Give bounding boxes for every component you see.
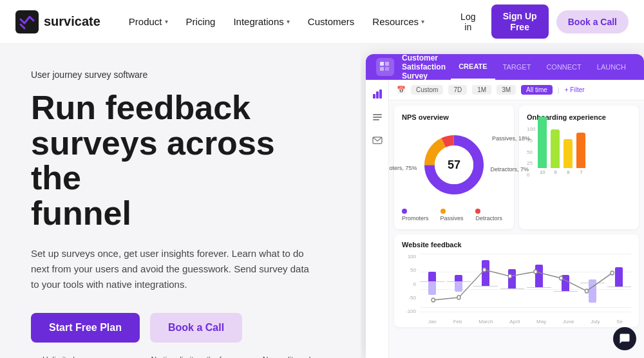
detractors-label-text: Detractors, 7% bbox=[490, 166, 529, 173]
badge-no-timelimit: ✓ No time limit on the free plan bbox=[139, 355, 235, 358]
svg-rect-2 bbox=[385, 62, 389, 66]
book-call-button[interactable]: Book a Call bbox=[150, 313, 242, 343]
tab-launch-label: LAUNCH bbox=[597, 63, 626, 71]
hero-description: Set up surveys once, get user insights f… bbox=[31, 246, 314, 292]
svg-rect-9 bbox=[373, 117, 382, 118]
badge-no-card-text: No credit card required bbox=[263, 355, 330, 358]
nav-resources-chevron: ▾ bbox=[421, 18, 424, 25]
dashboard-main: 📅 Custom 7D 1M 3M All time | + Filter NP bbox=[389, 80, 644, 358]
tab-target[interactable]: TARGET bbox=[495, 54, 539, 80]
nav-resources-label: Resources bbox=[372, 16, 419, 27]
bar-8: 8 bbox=[564, 139, 573, 175]
book-call-header-button[interactable]: Book a Call bbox=[556, 10, 629, 33]
svg-rect-3 bbox=[380, 67, 384, 71]
detractors-dot bbox=[475, 209, 480, 214]
filter-3m[interactable]: 3M bbox=[497, 85, 516, 95]
nav-pricing-label: Pricing bbox=[186, 16, 216, 27]
hero-title-line3: funnel bbox=[31, 194, 131, 232]
tab-connect[interactable]: CONNECT bbox=[538, 54, 589, 80]
bar-label-7: 7 bbox=[580, 169, 582, 175]
nps-score: 57 bbox=[448, 158, 460, 172]
svg-point-19 bbox=[508, 274, 511, 278]
fb-y-0: 0 bbox=[402, 281, 416, 287]
nav-pricing[interactable]: Pricing bbox=[178, 11, 223, 32]
svg-point-21 bbox=[560, 276, 563, 280]
book-call-label: Book a Call bbox=[168, 322, 224, 333]
bar-yellow-green bbox=[551, 129, 560, 168]
tab-create[interactable]: CREATE bbox=[451, 54, 495, 80]
tab-target-label: TARGET bbox=[503, 63, 531, 71]
nav-resources[interactable]: Resources ▾ bbox=[365, 11, 432, 32]
svg-rect-10 bbox=[373, 119, 379, 120]
filter-7d[interactable]: 7D bbox=[448, 85, 467, 95]
signup-label: Sign Up Free bbox=[503, 11, 537, 32]
svg-rect-7 bbox=[379, 90, 382, 99]
nav-integrations[interactable]: Integrations ▾ bbox=[225, 11, 297, 32]
badge-no-timelimit-text: No time limit on the free plan bbox=[151, 355, 235, 358]
dash-logo-icon bbox=[376, 58, 394, 76]
fb-y-50: 50 bbox=[402, 267, 416, 273]
x-label-july: July bbox=[591, 319, 600, 325]
start-free-plan-button[interactable]: Start Free Plan bbox=[31, 313, 140, 343]
passives-legend-text: Passives bbox=[440, 215, 464, 221]
svg-point-18 bbox=[483, 268, 486, 272]
hero-buttons: Start Free Plan Book a Call bbox=[31, 313, 330, 343]
start-free-plan-label: Start Free Plan bbox=[49, 322, 122, 333]
chat-icon bbox=[619, 333, 630, 344]
tab-connect-label: CONNECT bbox=[546, 63, 581, 71]
y-label-50: 50 bbox=[527, 149, 535, 155]
onboarding-chart: 100 75 50 25 0 10 bbox=[527, 126, 631, 178]
promoters-legend-item: Promoters bbox=[402, 209, 433, 221]
sidebar-list-icon[interactable] bbox=[371, 111, 384, 124]
filter-divider: | bbox=[558, 86, 560, 94]
detractors-label: Detractors, 7% bbox=[490, 166, 529, 173]
login-button[interactable]: Log in bbox=[453, 6, 484, 37]
nav-integrations-label: Integrations bbox=[233, 16, 283, 27]
tab-launch[interactable]: LAUNCH bbox=[589, 54, 634, 80]
bar-10: 10 bbox=[538, 117, 547, 175]
feedback-x-axis: Jan Feb March April May June July Se bbox=[420, 319, 631, 325]
dashboard-card: Customer Satisfaction Survey CREATE TARG… bbox=[366, 54, 644, 358]
bar-label-9: 9 bbox=[554, 169, 556, 175]
svg-point-17 bbox=[457, 296, 460, 299]
nps-chart-area: 57 Promoters, 75% Passives, 18% bbox=[402, 126, 506, 203]
svg-point-23 bbox=[611, 271, 614, 275]
fb-y-neg50: -50 bbox=[402, 295, 416, 301]
filter-add[interactable]: + Filter bbox=[565, 86, 585, 93]
logo-text: survicate bbox=[44, 14, 100, 29]
x-label-june: June bbox=[563, 319, 574, 325]
sidebar-chart-icon[interactable] bbox=[371, 88, 384, 100]
passives-label: Passives, 18% bbox=[492, 135, 530, 142]
line-chart-svg bbox=[420, 254, 631, 312]
nav-product-label: Product bbox=[129, 16, 162, 27]
logo[interactable]: survicate bbox=[15, 10, 100, 33]
nav-customers[interactable]: Customers bbox=[300, 11, 363, 32]
svg-point-22 bbox=[585, 289, 588, 293]
filter-alltime[interactable]: All time bbox=[521, 85, 553, 95]
badge-unlimited: ✓ Unlimited survey responses bbox=[31, 355, 124, 358]
x-label-jan: Jan bbox=[428, 319, 437, 325]
feedback-chart-card: Website feedback 100 50 0 -50 -100 bbox=[394, 234, 639, 327]
svg-point-16 bbox=[431, 298, 435, 302]
main-content: User journey survey software Run feedbac… bbox=[0, 44, 644, 358]
svg-rect-5 bbox=[373, 94, 375, 99]
filter-1m[interactable]: 1M bbox=[472, 85, 491, 95]
badge-unlimited-text: Unlimited survey responses bbox=[43, 355, 124, 358]
nps-chart-card: NPS overview bbox=[394, 106, 514, 229]
feedback-title: Website feedback bbox=[402, 241, 631, 249]
x-label-april: April bbox=[509, 319, 520, 325]
nav-product[interactable]: Product ▾ bbox=[121, 11, 176, 32]
feedback-section: Website feedback 100 50 0 -50 -100 bbox=[389, 234, 644, 332]
chat-bubble[interactable] bbox=[613, 327, 636, 350]
tab-create-label: CREATE bbox=[459, 62, 487, 70]
nav-product-chevron: ▾ bbox=[165, 18, 168, 25]
fb-y-100: 100 bbox=[402, 254, 416, 259]
filter-custom[interactable]: Custom bbox=[411, 85, 443, 95]
calendar-icon: 📅 bbox=[397, 86, 406, 94]
y-label-25: 25 bbox=[527, 160, 535, 166]
promoters-dot bbox=[402, 209, 407, 214]
signup-button[interactable]: Sign Up Free bbox=[491, 5, 549, 39]
dashboard-sidebar bbox=[366, 80, 389, 358]
sidebar-mail-icon[interactable] bbox=[371, 134, 384, 147]
dashboard-topbar: Customer Satisfaction Survey CREATE TARG… bbox=[366, 54, 644, 80]
